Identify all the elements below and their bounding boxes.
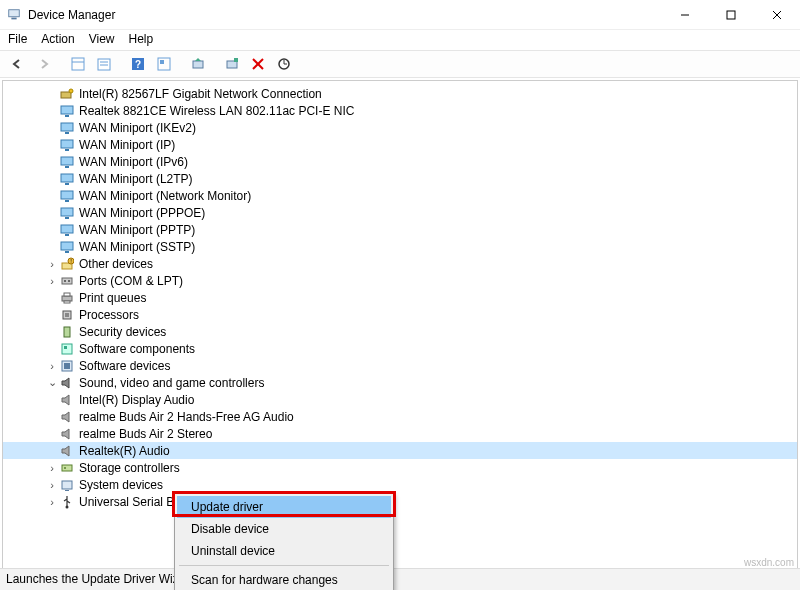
monitor-icon (59, 137, 75, 153)
disable-button[interactable] (246, 53, 270, 75)
category-sound[interactable]: ⌄Sound, video and game controllers (3, 374, 797, 391)
menu-file[interactable]: File (8, 32, 27, 46)
device-label: WAN Miniport (IKEv2) (79, 121, 196, 135)
svg-rect-28 (65, 149, 69, 151)
device-label: Intel(R) Display Audio (79, 393, 194, 407)
category-label: Sound, video and game controllers (79, 376, 264, 390)
category-usb[interactable]: ›Universal Serial Bus controllers (3, 493, 797, 510)
system-icon (59, 477, 75, 493)
watermark: wsxdn.com (744, 557, 794, 568)
monitor-icon (59, 120, 75, 136)
monitor-icon (59, 222, 75, 238)
svg-text:?: ? (135, 59, 141, 70)
svg-rect-35 (61, 208, 73, 216)
device-item[interactable]: WAN Miniport (IKEv2) (3, 119, 797, 136)
show-hide-tree-button[interactable] (66, 53, 90, 75)
svg-rect-3 (727, 11, 735, 19)
device-item-selected[interactable]: Realtek(R) Audio (3, 442, 797, 459)
category-label: Ports (COM & LPT) (79, 274, 183, 288)
context-uninstall-device[interactable]: Uninstall device (177, 540, 391, 562)
category-label: Software components (79, 342, 195, 356)
monitor-icon (59, 205, 75, 221)
speaker-icon (59, 375, 75, 391)
properties-button[interactable] (92, 53, 116, 75)
category-processors[interactable]: Processors (3, 306, 797, 323)
device-item[interactable]: WAN Miniport (PPPOE) (3, 204, 797, 221)
svg-rect-17 (234, 58, 238, 62)
device-item[interactable]: WAN Miniport (IPv6) (3, 153, 797, 170)
device-tree[interactable]: Intel(R) 82567LF Gigabit Network Connect… (2, 80, 798, 574)
collapse-icon[interactable]: ⌄ (45, 376, 59, 389)
device-item[interactable]: Intel(R) Display Audio (3, 391, 797, 408)
svg-point-61 (66, 505, 69, 508)
uninstall-button[interactable] (220, 53, 244, 75)
monitor-icon (59, 188, 75, 204)
maximize-button[interactable] (708, 0, 754, 30)
context-separator (179, 565, 389, 566)
expand-icon[interactable]: › (45, 462, 59, 474)
menu-action[interactable]: Action (41, 32, 74, 46)
device-label: WAN Miniport (PPPOE) (79, 206, 205, 220)
speaker-icon (59, 409, 75, 425)
device-label: Realtek(R) Audio (79, 444, 170, 458)
network-adapter-icon (59, 86, 75, 102)
menu-view[interactable]: View (89, 32, 115, 46)
expand-icon[interactable]: › (45, 479, 59, 491)
device-item[interactable]: WAN Miniport (IP) (3, 136, 797, 153)
device-item[interactable]: WAN Miniport (PPTP) (3, 221, 797, 238)
category-software-components[interactable]: Software components (3, 340, 797, 357)
category-label: Security devices (79, 325, 166, 339)
device-item[interactable]: WAN Miniport (L2TP) (3, 170, 797, 187)
help-button[interactable]: ? (126, 53, 150, 75)
expand-icon[interactable]: › (45, 496, 59, 508)
forward-button[interactable] (32, 53, 56, 75)
svg-rect-52 (64, 327, 70, 337)
svg-rect-24 (65, 115, 69, 117)
minimize-button[interactable] (662, 0, 708, 30)
back-button[interactable] (6, 53, 30, 75)
svg-rect-27 (61, 140, 73, 148)
svg-rect-38 (65, 234, 69, 236)
svg-rect-39 (61, 242, 73, 250)
scan-hardware-button[interactable] (272, 53, 296, 75)
svg-rect-47 (62, 296, 72, 301)
svg-rect-54 (64, 346, 67, 349)
speaker-icon (59, 443, 75, 459)
context-update-driver[interactable]: Update driver (177, 496, 391, 518)
expand-icon[interactable]: › (45, 258, 59, 270)
security-icon (59, 324, 75, 340)
svg-rect-30 (65, 166, 69, 168)
category-system[interactable]: ›System devices (3, 476, 797, 493)
monitor-icon (59, 154, 75, 170)
update-driver-button[interactable] (186, 53, 210, 75)
printer-icon (59, 290, 75, 306)
device-item[interactable]: WAN Miniport (Network Monitor) (3, 187, 797, 204)
device-item[interactable]: realme Buds Air 2 Hands-Free AG Audio (3, 408, 797, 425)
category-label: Storage controllers (79, 461, 180, 475)
ports-icon (59, 273, 75, 289)
close-button[interactable] (754, 0, 800, 30)
speaker-icon (59, 426, 75, 442)
category-other-devices[interactable]: ›!Other devices (3, 255, 797, 272)
category-ports[interactable]: ›Ports (COM & LPT) (3, 272, 797, 289)
device-item[interactable]: Intel(R) 82567LF Gigabit Network Connect… (3, 85, 797, 102)
category-print-queues[interactable]: Print queues (3, 289, 797, 306)
category-software-devices[interactable]: ›Software devices (3, 357, 797, 374)
expand-icon[interactable]: › (45, 360, 59, 372)
context-disable-device[interactable]: Disable device (177, 518, 391, 540)
svg-rect-56 (64, 363, 70, 369)
svg-rect-44 (62, 278, 72, 284)
action-button[interactable] (152, 53, 176, 75)
titlebar: Device Manager (0, 0, 800, 30)
category-storage[interactable]: ›Storage controllers (3, 459, 797, 476)
context-scan-hardware[interactable]: Scan for hardware changes (177, 569, 391, 590)
device-label: WAN Miniport (SSTP) (79, 240, 195, 254)
device-label: realme Buds Air 2 Stereo (79, 427, 212, 441)
device-item[interactable]: Realtek 8821CE Wireless LAN 802.11ac PCI… (3, 102, 797, 119)
expand-icon[interactable]: › (45, 275, 59, 287)
menu-help[interactable]: Help (129, 32, 154, 46)
device-item[interactable]: realme Buds Air 2 Stereo (3, 425, 797, 442)
category-security-devices[interactable]: Security devices (3, 323, 797, 340)
device-item[interactable]: WAN Miniport (SSTP) (3, 238, 797, 255)
svg-rect-15 (193, 61, 203, 68)
